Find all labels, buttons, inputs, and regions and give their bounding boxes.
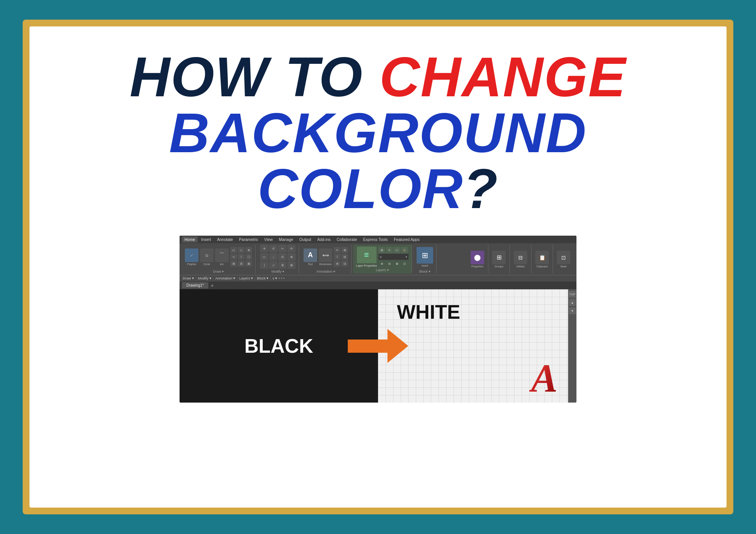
breadcrumb-bar: Draw ▾ | Modify ▾ | Annotation ▾ | Layer… xyxy=(180,275,576,281)
mod-s2[interactable]: ↺ xyxy=(269,245,277,252)
layer-s8[interactable]: ⊡ xyxy=(401,261,408,267)
draw-s8[interactable]: ⊟ xyxy=(238,261,245,267)
draw-label: Draw ▾ xyxy=(213,270,224,273)
polyline-icon[interactable]: ⟋ xyxy=(185,248,198,262)
insert-icon[interactable]: ⊞ xyxy=(417,247,433,264)
tabs-bar: Drawing1* + xyxy=(180,281,576,289)
mod-s3[interactable]: ✂ xyxy=(278,245,287,252)
breadcrumb-draw: Draw ▾ xyxy=(183,276,194,280)
layers-label: Layers ▾ xyxy=(376,268,389,272)
mod-s10[interactable]: ⤢ xyxy=(269,261,277,269)
tab-home[interactable]: Home xyxy=(182,236,198,242)
tab-collaborate[interactable]: Collaborate xyxy=(334,236,360,242)
sidebar-top-btn[interactable]: TOP xyxy=(569,291,576,298)
tab-annotate[interactable]: Annotate xyxy=(214,236,235,242)
dimension-icon[interactable]: ⟺ xyxy=(319,248,332,262)
draw-s4[interactable]: ∾ xyxy=(230,254,237,260)
mod-s11[interactable]: ⚙ xyxy=(278,261,287,269)
ann-s2[interactable]: ⊞ xyxy=(341,247,348,253)
groups-icon[interactable]: ⊞ xyxy=(492,251,506,264)
layer-properties-button[interactable]: ≡ xyxy=(357,247,376,263)
ann-s4[interactable]: ⊟ xyxy=(341,254,348,260)
right-groups: ⬤ Properties ⊞ Groups ⊟ Utilities xyxy=(467,245,574,273)
tab-express[interactable]: Express Tools xyxy=(360,236,390,242)
canvas-area: BLACK WHITE xyxy=(180,289,576,403)
draw-s3[interactable]: ⊕ xyxy=(245,247,252,253)
title-change: CHANGE xyxy=(380,46,626,108)
modify-label: Modify ▾ xyxy=(271,270,284,273)
tab-output[interactable]: Output xyxy=(297,236,314,242)
title-color: COLOR? xyxy=(258,161,499,217)
arc-icon[interactable]: ⌒ xyxy=(215,248,229,262)
mod-s12[interactable]: ⊞ xyxy=(287,261,296,269)
breadcrumb-sep1: | xyxy=(195,276,196,280)
block-icons: ⊞ Insert xyxy=(417,245,433,269)
sidebar-down-btn[interactable]: ▼ xyxy=(569,307,576,314)
mod-s8[interactable]: ⊕ xyxy=(287,253,296,261)
layers-group: ≡ Layer Properties ⊞ ≡ ▭ 0 xyxy=(353,245,412,273)
breadcrumb-block: Block ▾ xyxy=(257,276,269,280)
new-tab-button[interactable]: + xyxy=(209,282,215,289)
tab-parametric[interactable]: Parametric xyxy=(236,236,261,242)
draw-s2[interactable]: ◇ xyxy=(238,247,245,253)
layer-dropdown[interactable]: 0 ▾ xyxy=(378,254,409,260)
inner-card: HOW TO CHANGE BACKGROUND COLOR? Home Ins… xyxy=(29,26,727,508)
layer-s4[interactable]: 0 xyxy=(401,247,408,253)
autocad-logo-svg: A xyxy=(529,356,567,397)
layer-s2[interactable]: ≡ xyxy=(386,247,393,253)
tab-manage[interactable]: Manage xyxy=(276,236,296,242)
autocad-logo: A xyxy=(529,356,567,399)
tab-insert[interactable]: Insert xyxy=(198,236,214,242)
breadcrumb-sep2: | xyxy=(213,276,214,280)
draw-s1[interactable]: ▭ xyxy=(230,247,237,253)
ann-s3[interactable]: ⌇ xyxy=(334,254,341,260)
annotation-label: Annotation ▾ xyxy=(316,270,336,273)
ann-s1[interactable]: ≡ xyxy=(334,247,341,253)
title-color-text: COLOR xyxy=(258,157,463,220)
title-question: ? xyxy=(463,157,498,220)
ann-s6[interactable]: ⊡ xyxy=(341,261,348,267)
layer-s1[interactable]: ⊞ xyxy=(378,247,385,253)
draw-s9[interactable]: ⊠ xyxy=(245,261,252,267)
draw-s5[interactable]: ⌇ xyxy=(238,254,245,260)
mod-s7[interactable]: ⊡ xyxy=(278,253,287,261)
ann-s5[interactable]: ⊕ xyxy=(334,261,341,267)
properties-icon[interactable]: ⬤ xyxy=(471,251,484,264)
ribbon-content: ⟋ Polyline ○ Circle ⌒ Arc xyxy=(180,243,576,275)
circle-icon[interactable]: ○ xyxy=(200,248,214,262)
layer-s6[interactable]: ⊟ xyxy=(386,261,393,267)
layer-s5[interactable]: ⊕ xyxy=(378,261,385,267)
base-group: ⊡ Base xyxy=(553,245,574,273)
modify-icons: ✛ ↺ ✂ ⟳ ▭ ⟂ ⊡ ⊕ xyxy=(260,245,296,269)
layer-icons: ≡ Layer Properties ⊞ ≡ ▭ 0 xyxy=(356,246,409,267)
tab-addins[interactable]: Add-ins xyxy=(314,236,333,242)
layer-s3[interactable]: ▭ xyxy=(393,247,400,253)
breadcrumb-dots: • • • xyxy=(279,276,284,280)
clipboard-icon[interactable]: 📋 xyxy=(535,251,549,264)
layer-s7[interactable]: ⊠ xyxy=(393,261,400,267)
groups-group: ⊞ Groups xyxy=(488,245,510,273)
mod-s5[interactable]: ▭ xyxy=(260,253,268,261)
mod-s9[interactable]: ⟨ xyxy=(260,261,268,269)
ribbon-tabs: Home Insert Annotate Parametric View Man… xyxy=(180,236,576,243)
orange-arrow xyxy=(348,333,408,359)
utilities-icon[interactable]: ⊟ xyxy=(514,251,527,264)
small-draw-icons: ▭ ◇ ⊕ ∾ ⌇ ⬡ ⊞ ⊟ xyxy=(230,247,252,267)
tab-view[interactable]: View xyxy=(262,236,276,242)
mod-s4[interactable]: ⟳ xyxy=(287,245,296,252)
drawing1-tab[interactable]: Drawing1* xyxy=(182,282,208,289)
utilities-group: ⊟ Utilities xyxy=(510,245,531,273)
layer-properties-label: Layer Properties xyxy=(356,264,377,267)
svg-text:A: A xyxy=(529,356,558,397)
draw-s7[interactable]: ⊞ xyxy=(230,261,237,267)
text-icon[interactable]: A xyxy=(304,248,317,262)
white-label: WHITE xyxy=(397,301,460,323)
annotation-group: A Text ⟺ Dimension ≡ ⊞ xyxy=(301,245,352,273)
mod-s6[interactable]: ⟂ xyxy=(269,253,277,261)
draw-s6[interactable]: ⬡ xyxy=(245,254,252,260)
sidebar-up-btn[interactable]: ▲ xyxy=(569,299,576,306)
base-icon[interactable]: ⊡ xyxy=(557,251,570,264)
mod-s1[interactable]: ✛ xyxy=(260,245,268,252)
tab-featured[interactable]: Featured Apps xyxy=(391,236,422,242)
breadcrumb-sep4: | xyxy=(254,276,255,280)
